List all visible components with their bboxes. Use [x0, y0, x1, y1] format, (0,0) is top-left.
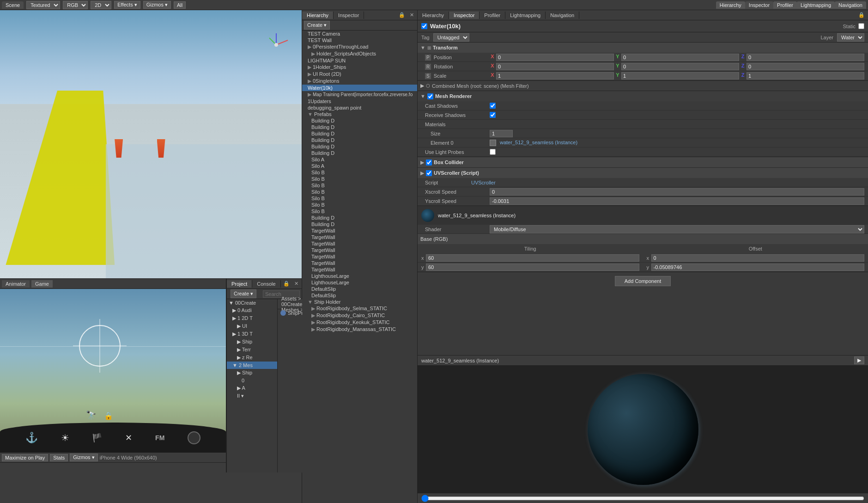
box-collider-enabled[interactable]: [426, 159, 432, 166]
h-updaters[interactable]: 1Updaters: [302, 98, 417, 104]
h-silo-a-1[interactable]: Silo A: [302, 156, 417, 163]
cast-shadows-check[interactable]: [490, 103, 496, 109]
h-silo-b-2[interactable]: Silo B: [302, 176, 417, 182]
textured-select[interactable]: Textured: [26, 1, 60, 9]
inspector-navigation-tab[interactable]: Navigation: [546, 12, 579, 19]
h-silo-b-3[interactable]: Silo B: [302, 182, 417, 189]
pos-y[interactable]: [621, 54, 739, 61]
h-lightmap-sun[interactable]: LIGHTMAP SUN: [302, 57, 417, 64]
hierarchy-top-tab[interactable]: Hierarchy: [716, 1, 745, 9]
tiling-x-input[interactable]: [426, 254, 639, 262]
tree-item-2dt[interactable]: ▶ 1 2D T: [227, 314, 277, 322]
receive-shadows-check[interactable]: [490, 112, 496, 118]
yscroll-input[interactable]: [490, 197, 864, 205]
scene-tab[interactable]: Scene: [2, 1, 24, 9]
tree-item-ship2[interactable]: ▶ Ship: [227, 369, 277, 377]
scene-view[interactable]: [0, 10, 302, 278]
sc-x[interactable]: [496, 72, 614, 80]
game-icon-fm[interactable]: FM: [155, 434, 164, 442]
2d-select[interactable]: 2D: [91, 1, 111, 9]
project-create-btn[interactable]: Create ▾: [231, 289, 256, 298]
all-btn[interactable]: All: [174, 1, 186, 9]
h-building-5[interactable]: Building D: [302, 143, 417, 150]
inspector-top-tab[interactable]: Inspector: [745, 1, 773, 9]
game-icon-wheel[interactable]: ⚓: [25, 432, 38, 444]
h-test-camera[interactable]: TEST Camera: [302, 31, 417, 37]
offset-y-input[interactable]: [651, 264, 865, 271]
s-btn[interactable]: S: [425, 73, 431, 79]
box-collider-header[interactable]: ▶ Box Collider: [418, 157, 868, 167]
object-active-checkbox[interactable]: [421, 23, 427, 29]
h-targetwall-1[interactable]: TargetWall: [302, 227, 417, 234]
h-building-1[interactable]: Building D: [302, 117, 417, 124]
h-targetwall-4[interactable]: TargetWall: [302, 247, 417, 253]
h-targetwall-3[interactable]: TargetWall: [302, 240, 417, 247]
h-singletons[interactable]: ▶0Singletons: [302, 78, 417, 85]
add-component-btn[interactable]: Add Component: [615, 276, 671, 286]
pos-x[interactable]: [496, 54, 614, 61]
maximize-btn[interactable]: Maximize on Play: [2, 454, 48, 461]
preview-play-btn[interactable]: ▶: [854, 356, 864, 364]
tree-item-3dt[interactable]: ▶ 1 3D T: [227, 330, 277, 338]
h-building-8[interactable]: Building D: [302, 221, 417, 227]
effects-btn[interactable]: Effects ▾: [114, 1, 140, 9]
static-checkbox[interactable]: [858, 23, 864, 29]
game-icon-circle[interactable]: [188, 431, 200, 444]
tree-item-0acreate[interactable]: ▼ 00Create: [227, 299, 277, 307]
xscroll-input[interactable]: [490, 188, 864, 196]
h-prefabs[interactable]: ▼Prefabs: [302, 111, 417, 117]
tag-select[interactable]: Untagged: [433, 33, 469, 42]
h-silo-b-1[interactable]: Silo B: [302, 169, 417, 176]
h-holder-ships[interactable]: ▶1Holder_Ships: [302, 64, 417, 71]
h-targetwall-2[interactable]: TargetWall: [302, 234, 417, 240]
h-targetwall-6[interactable]: TargetWall: [302, 260, 417, 266]
tree-item-ship[interactable]: ▶ Ship: [227, 338, 277, 346]
h-defaultslip-1[interactable]: DefaultSlip: [302, 286, 417, 292]
h-defaultslip-2[interactable]: DefaultSlip: [302, 292, 417, 299]
h-test-wall[interactable]: TEST Wall: [302, 37, 417, 43]
h-cairo[interactable]: ▶RootRigidbody_Cairo_STATIC: [302, 312, 417, 319]
uvscroller-enabled[interactable]: [426, 170, 432, 176]
preview-slider[interactable]: [421, 495, 864, 502]
h-silo-a-2[interactable]: Silo A: [302, 163, 417, 169]
hierarchy-tab[interactable]: Hierarchy: [302, 12, 334, 19]
h-ship-holder[interactable]: ▼Ship Holder: [302, 299, 417, 305]
tree-item-zre[interactable]: ▶ z Re: [227, 354, 277, 362]
gizmos-btn[interactable]: Gizmos ▾: [143, 1, 171, 9]
h-targetwall-7[interactable]: TargetWall: [302, 266, 417, 273]
offset-x-input[interactable]: [651, 254, 865, 262]
navigation-top-tab[interactable]: Navigation: [835, 1, 866, 9]
tree-item-terr[interactable]: ▶ Terr: [227, 346, 277, 354]
h-holder-scripts[interactable]: ▶Holder_ScriptsAndObjects: [302, 50, 417, 57]
h-targetwall-5[interactable]: TargetWall: [302, 253, 417, 260]
rot-z[interactable]: [747, 63, 864, 70]
pos-z[interactable]: [747, 54, 864, 61]
p-btn[interactable]: P: [425, 55, 431, 61]
h-building-6[interactable]: Building D: [302, 150, 417, 156]
h-lighthouse-2[interactable]: LighthouseLarge: [302, 279, 417, 286]
game-icon-wrench[interactable]: ✕: [125, 433, 132, 443]
element0-value[interactable]: water_512_9_seamless (Instance): [500, 140, 577, 146]
animator-tab[interactable]: Animator: [2, 280, 30, 288]
h-map-training[interactable]: ▶Map Training Parent[importer.forcefix.z…: [302, 91, 417, 98]
lock-icon[interactable]: 🔒: [282, 281, 291, 287]
rot-x[interactable]: [496, 63, 614, 70]
console-tab[interactable]: Console: [252, 280, 280, 288]
tree-item-2mes[interactable]: ▼ 2 Mes: [227, 362, 277, 369]
inspector-title-tab[interactable]: Inspector: [449, 12, 480, 19]
stats-btn[interactable]: Stats: [50, 454, 68, 461]
project-tab[interactable]: Project: [227, 280, 252, 288]
profiler-top-tab[interactable]: Profiler: [773, 1, 797, 9]
inspector-lightmapping-tab[interactable]: Lightmapping: [505, 12, 546, 19]
hierarchy-lock-icon[interactable]: 🔒: [397, 12, 407, 18]
sc-z[interactable]: [747, 72, 864, 80]
hud-lock[interactable]: 🔒: [104, 411, 113, 420]
game-icon-sun[interactable]: ☀: [61, 432, 69, 443]
h-selma[interactable]: ▶RootRigidbody_Selma_STATIC: [302, 305, 417, 312]
mesh-renderer-header[interactable]: ▼ Mesh Renderer: [418, 91, 868, 101]
h-building-3[interactable]: Building D: [302, 130, 417, 137]
hierarchy-close-icon[interactable]: ✕: [408, 12, 415, 18]
game-icon-flag[interactable]: 🏴: [92, 433, 102, 443]
mesh-renderer-enabled[interactable]: [427, 93, 433, 99]
h-silo-b-7[interactable]: Silo B: [302, 208, 417, 215]
